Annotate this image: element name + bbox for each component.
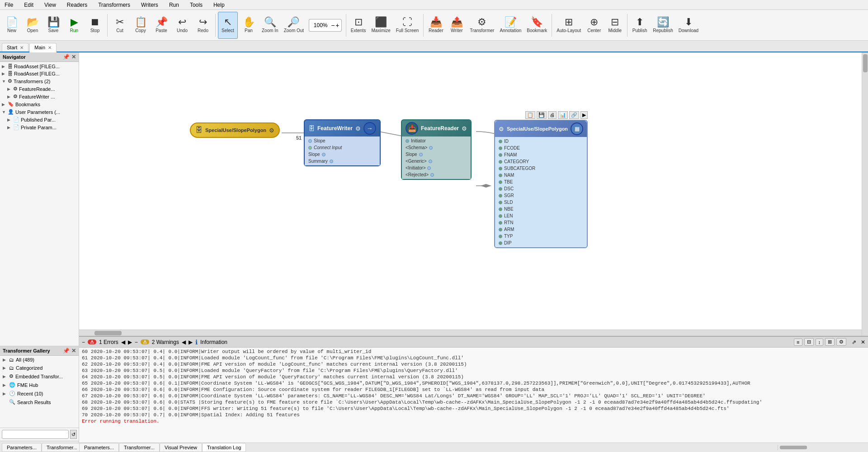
auto-layout-button[interactable]: ⊞ Auto-Layout <box>554 12 583 39</box>
source-left-node[interactable]: 🗄 SpecialUse/SlopePolygon ⚙ <box>190 122 280 138</box>
menu-transformers[interactable]: Transformers <box>95 1 133 9</box>
gallery-search-results[interactable]: 🔍 Search Results <box>0 398 79 406</box>
log-close-icon[interactable]: ✕ <box>861 339 865 345</box>
nav-item-roadasset2[interactable]: ▶ 🗄 RoadAsset [FILEG... <box>1 70 78 77</box>
undo-button[interactable]: ↩ Undo <box>172 12 192 39</box>
node-toolbar-4[interactable]: 📊 <box>558 111 568 119</box>
paste-button[interactable]: 📌 Paste <box>151 12 171 39</box>
warnings-expand-icon[interactable]: − <box>135 339 138 345</box>
reader-button[interactable]: 📥 Reader <box>426 12 446 39</box>
search-refresh-button[interactable]: ↺ <box>70 430 77 439</box>
writer-button[interactable]: 📤 Writer <box>447 12 467 39</box>
republish-button[interactable]: 🔄 Republish <box>651 12 675 39</box>
canvas[interactable]: 51 🗄 SpecialUse/SlopePolygon ⚙ 🗄 Feature… <box>79 52 868 336</box>
select-button[interactable]: ↖ Select <box>218 12 238 39</box>
warnings-nav-right[interactable]: ▶ <box>189 339 193 345</box>
menu-help[interactable]: Help <box>211 1 227 9</box>
gallery-close-icon[interactable]: ✕ <box>71 348 76 354</box>
run-button[interactable]: ▶ Run <box>64 12 84 39</box>
nav-item-bookmarks[interactable]: ▶ 🔖 Bookmarks <box>1 100 78 108</box>
log-btn-3[interactable]: ↕ <box>816 339 824 346</box>
nav-item-published-par[interactable]: ▶ 📄 Published Par... <box>1 116 78 123</box>
tab-transformer[interactable]: Transformer... <box>42 443 82 452</box>
redo-button[interactable]: ↪ Redo <box>193 12 213 39</box>
nav-item-featurewriter[interactable]: ▶ ⚙ FeatureWriter ... <box>1 93 78 100</box>
gallery-embedded[interactable]: ▶ ⚙ Embedded Transfor... <box>0 372 79 381</box>
zoom-out-button[interactable]: 🔍 Zoom Out <box>282 12 306 39</box>
navigator-close-icon[interactable]: ✕ <box>71 54 76 60</box>
zoom-plus[interactable]: + <box>335 22 339 29</box>
tab-parameters[interactable]: Parameters... <box>2 443 42 452</box>
gallery-fme-hub[interactable]: ▶ 🌐 FME Hub <box>0 381 79 389</box>
download-button[interactable]: ⬇ Download <box>676 12 701 39</box>
zoom-input[interactable] <box>311 22 330 28</box>
errors-nav-left[interactable]: ◀ <box>121 339 125 345</box>
nav-item-featurereade[interactable]: ▶ ⚙ FeatureReade... <box>1 85 78 93</box>
close-start-tab[interactable]: ✕ <box>20 45 24 50</box>
zoom-minus[interactable]: − <box>331 22 335 29</box>
node-toolbar-5[interactable]: 🔗 <box>569 111 579 119</box>
errors-nav-right[interactable]: ▶ <box>128 339 132 345</box>
menu-view[interactable]: View <box>42 1 59 9</box>
tab-translation-log[interactable]: Translation Log <box>202 443 246 452</box>
publish-button[interactable]: ⬆ Publish <box>630 12 650 39</box>
gallery-pin-icon[interactable]: 📌 <box>63 348 70 354</box>
log-btn-4[interactable]: ⊞ <box>825 338 835 346</box>
pan-button[interactable]: ✋ Pan <box>239 12 259 39</box>
feature-reader-gear-icon[interactable]: ⚙ <box>462 125 467 132</box>
gallery-categorized[interactable]: ▶ 🗂 Categorized <box>0 364 79 372</box>
middle-button[interactable]: ⊟ Middle <box>605 12 625 39</box>
menu-tools[interactable]: Tools <box>187 1 205 9</box>
gallery-all[interactable]: ▶ 🗂 All (489) <box>0 356 79 364</box>
source-left-gear-icon[interactable]: ⚙ <box>269 127 274 134</box>
log-btn-5[interactable]: ⚙ <box>836 338 846 346</box>
canvas-scrollbar-v[interactable] <box>862 52 868 336</box>
nav-item-transformers[interactable]: ▼ ⚙ Transformers (2) <box>1 77 78 85</box>
cut-button[interactable]: ✂ Cut <box>110 12 130 39</box>
tab-visual-preview[interactable]: Visual Preview <box>160 443 202 452</box>
close-main-tab[interactable]: ✕ <box>48 45 52 50</box>
source-right-node[interactable]: 📋 💾 🖨 📊 🔗 ▶ ⚙ SpecialUse/SlopePolygon ▦ … <box>494 111 588 248</box>
source-right-gear-icon[interactable]: ⚙ <box>499 126 504 132</box>
tab-main[interactable]: Main ✕ <box>29 43 57 52</box>
log-btn-1[interactable]: ≡ <box>794 339 802 346</box>
open-button[interactable]: 📂 Open <box>23 12 42 39</box>
feature-writer-node[interactable]: 🗄 FeatureWriter ⚙ → Slope Connect Input <box>304 119 381 166</box>
node-toolbar-1[interactable]: 📋 <box>525 111 535 119</box>
gallery-recent[interactable]: ▶ 🕐 Recent (10) <box>0 389 79 398</box>
extents-button[interactable]: ⊡ Extents <box>349 12 368 39</box>
log-content[interactable]: 60 2020-10-20 09:53:07| 0.4| 0.0|INFORM|… <box>79 348 868 443</box>
menu-file[interactable]: File <box>2 1 16 9</box>
menu-writers[interactable]: Writers <box>138 1 161 9</box>
maximize-button[interactable]: ⬛ Maximize <box>369 12 393 39</box>
feature-reader-node[interactable]: 📥 FeatureReader ⚙ Initiator <Schema> Slo… <box>401 119 472 180</box>
new-button[interactable]: 📄 New <box>2 12 22 39</box>
copy-button[interactable]: 📋 Copy <box>131 12 151 39</box>
menu-readers[interactable]: Readers <box>64 1 90 9</box>
nav-item-user-params[interactable]: ▼ 👤 User Parameters (... <box>1 108 78 116</box>
node-toolbar-3[interactable]: 🖨 <box>548 111 557 119</box>
nav-item-private-param[interactable]: ▶ 📄 Private Param... <box>1 123 78 131</box>
canvas-scrollbar-h[interactable] <box>79 330 862 336</box>
menu-run[interactable]: Run <box>166 1 182 9</box>
transformer-button[interactable]: ⚙ Transformer <box>467 12 496 39</box>
bookmark-button[interactable]: 🔖 Bookmark <box>524 12 549 39</box>
warnings-nav-left[interactable]: ◀ <box>182 339 186 345</box>
feature-writer-gear-icon[interactable]: ⚙ <box>355 125 361 132</box>
log-btn-2[interactable]: ⊟ <box>804 338 814 346</box>
search-input[interactable] <box>2 430 69 439</box>
full-screen-button[interactable]: ⛶ Full Screen <box>394 12 421 39</box>
annotation-button[interactable]: 📝 Annotation <box>497 12 524 39</box>
log-expand-icon[interactable]: − <box>82 339 85 345</box>
stop-button[interactable]: ⏹ Stop <box>85 12 105 39</box>
log-scrollbar-h[interactable] <box>778 445 868 450</box>
log-float-icon[interactable]: ⇗ <box>852 339 856 345</box>
nav-item-roadasset1[interactable]: ▶ 🗄 RoadAsset [FILEG... <box>1 63 78 70</box>
zoom-in-button[interactable]: 🔍 Zoom In <box>259 12 281 39</box>
center-button[interactable]: ⊕ Center <box>584 12 604 39</box>
node-toolbar-6[interactable]: ▶ <box>580 111 588 119</box>
save-button[interactable]: 💾 Save <box>43 12 63 39</box>
tab-start[interactable]: Start ✕ <box>2 43 28 52</box>
navigator-pin-icon[interactable]: 📌 <box>63 54 70 60</box>
tab-transformer-bottom[interactable]: Transformer... <box>119 443 160 452</box>
